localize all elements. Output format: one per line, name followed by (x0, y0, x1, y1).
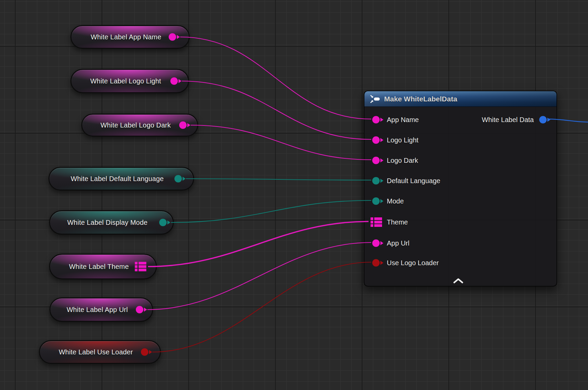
node-title: Make WhiteLabelData (384, 95, 457, 103)
struct-icon-row (135, 269, 146, 271)
enum-input-pin[interactable] (372, 177, 380, 184)
node-title: White Label Theme (69, 263, 129, 271)
pin-label: Logo Dark (387, 155, 418, 166)
pin-label: Use Logo Loader (387, 257, 439, 269)
string-output-pin[interactable] (169, 33, 176, 41)
node-title: White Label App Name (91, 33, 162, 41)
node-make-whitelabeldata[interactable]: Make WhiteLabelData White Label Data App… (364, 91, 557, 287)
struct-icon-row (371, 224, 382, 227)
node-white-label-app-name[interactable]: White Label App Name (70, 25, 190, 49)
struct-icon-row (371, 217, 382, 220)
wire-display-mode[interactable] (171, 200, 371, 222)
node-title: White Label App Url (67, 306, 128, 314)
string-input-pin[interactable] (372, 136, 380, 144)
struct-input-pin[interactable] (371, 217, 382, 227)
boolean-input-pin[interactable] (372, 259, 380, 267)
make-struct-icon (370, 94, 380, 104)
boolean-output-pin[interactable] (141, 348, 148, 356)
wire-logo-dark[interactable] (191, 125, 371, 160)
string-output-pin[interactable] (136, 306, 143, 313)
wire-app-name[interactable] (180, 37, 371, 119)
wire-default-language[interactable] (186, 179, 371, 180)
chevron-up-icon[interactable] (453, 278, 463, 284)
struct-icon-row (135, 262, 146, 265)
node-title: White Label Default Language (71, 175, 164, 183)
node-title: White Label Use Loader (59, 348, 133, 356)
enum-input-pin[interactable] (372, 197, 380, 205)
node-white-label-default-language[interactable]: White Label Default Language (48, 167, 194, 191)
pin-row-theme: Theme (364, 216, 556, 228)
pin-label: Logo Light (387, 134, 418, 146)
string-output-pin[interactable] (170, 77, 178, 85)
pin-row-logo-light: Logo Light (364, 134, 556, 146)
wire-app-url[interactable] (147, 242, 371, 310)
pin-label: Mode (387, 195, 404, 207)
pin-row-logo-dark: Logo Dark (364, 155, 556, 166)
pin-row-app-url: App Url (364, 237, 556, 249)
node-title: White Label Display Mode (67, 219, 147, 227)
wire-use-loader[interactable] (152, 262, 371, 352)
node-white-label-use-loader[interactable]: White Label Use Loader (39, 340, 161, 364)
string-input-pin[interactable] (372, 116, 380, 123)
struct-icon-row (135, 265, 146, 268)
node-white-label-logo-light[interactable]: White Label Logo Light (70, 69, 189, 93)
pin-row-default-language: Default Language (364, 175, 556, 187)
string-input-pin[interactable] (372, 239, 380, 247)
blueprint-graph-canvas[interactable]: { "getters": [ {"label":"White Label App… (0, 0, 588, 390)
node-white-label-display-mode[interactable]: White Label Display Mode (49, 210, 174, 235)
wire-logo-light[interactable] (182, 81, 371, 139)
pin-label: App Url (387, 237, 410, 249)
node-white-label-logo-dark[interactable]: White Label Logo Dark (81, 114, 198, 137)
enum-output-pin[interactable] (174, 175, 182, 182)
node-white-label-app-url[interactable]: White Label App Url (49, 297, 153, 322)
node-header[interactable]: Make WhiteLabelData (364, 91, 556, 107)
pin-label: Default Language (387, 175, 440, 187)
string-input-pin[interactable] (372, 157, 380, 164)
node-title: White Label Logo Dark (101, 121, 171, 129)
pin-row-mode: Mode (364, 195, 556, 207)
node-white-label-theme[interactable]: White Label Theme (49, 254, 157, 279)
node-title: White Label Logo Light (90, 77, 161, 85)
pin-label: App Name (387, 114, 419, 125)
struct-icon-row (371, 221, 382, 223)
pin-label: Theme (387, 216, 408, 228)
pin-row-use-logo-loader: Use Logo Loader (364, 257, 556, 269)
struct-output-pin[interactable] (135, 262, 146, 271)
enum-output-pin[interactable] (159, 219, 167, 226)
pin-row-app-name: App Name (364, 114, 556, 125)
string-output-pin[interactable] (179, 121, 187, 129)
wire-theme[interactable] (148, 221, 369, 267)
